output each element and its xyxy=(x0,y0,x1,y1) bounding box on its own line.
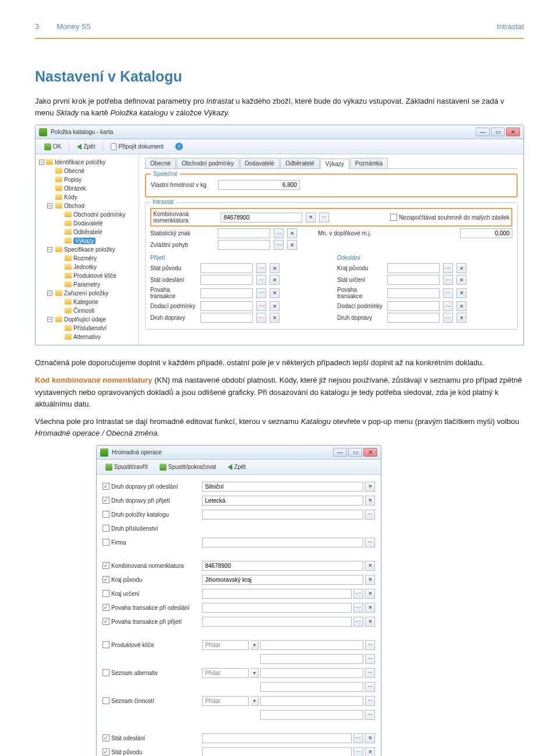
tab[interactable]: Poznámka xyxy=(350,158,388,168)
field-input[interactable] xyxy=(260,668,363,678)
field-input[interactable] xyxy=(260,696,363,706)
dropdown-arrow[interactable]: ▾ xyxy=(250,640,259,650)
close-button[interactable]: ✕ xyxy=(363,448,377,457)
close-button[interactable]: ✕ xyxy=(506,128,520,136)
ell-button[interactable]: ⋯ xyxy=(353,617,363,627)
input-kraj-puv-o[interactable] xyxy=(387,263,440,273)
row-checkbox[interactable] xyxy=(102,497,109,504)
tree-spec[interactable]: −Specifikace položky xyxy=(38,245,136,254)
row-checkbox[interactable] xyxy=(102,669,109,676)
field-input-extra[interactable] xyxy=(260,710,363,720)
ell-button[interactable]: ⋯ xyxy=(365,654,375,664)
tree-item[interactable]: Obrázek xyxy=(38,184,136,193)
x-button[interactable]: ✕ xyxy=(365,496,375,506)
field-input[interactable] xyxy=(202,510,363,520)
field-input[interactable] xyxy=(202,617,352,627)
maximize-button[interactable]: ▭ xyxy=(348,448,362,457)
field-input[interactable] xyxy=(202,733,352,743)
kn-ell-button[interactable]: ⋯ xyxy=(319,213,329,222)
tree-dop[interactable]: −Doplňující údaje xyxy=(38,315,136,324)
combo-input[interactable] xyxy=(202,640,249,650)
tree-item[interactable]: Jednotky xyxy=(38,263,136,271)
help-button[interactable]: ? xyxy=(171,141,187,152)
attach-document-button[interactable]: Připojit dokument xyxy=(107,142,167,152)
row-checkbox[interactable] xyxy=(102,590,109,597)
row-checkbox[interactable] xyxy=(102,562,109,569)
tree-item[interactable]: Alternativy xyxy=(38,333,136,341)
field-input[interactable] xyxy=(202,538,363,547)
x-button[interactable]: ✕ xyxy=(365,733,375,743)
statznak-x-button[interactable]: ✕ xyxy=(287,228,297,238)
x-button[interactable]: ✕ xyxy=(365,575,375,585)
dropdown-arrow[interactable]: ▾ xyxy=(250,696,259,706)
combo-input[interactable] xyxy=(202,668,249,678)
ell-button[interactable]: ⋯ xyxy=(365,668,375,678)
field-input[interactable] xyxy=(202,575,363,585)
input-hmotnost[interactable] xyxy=(218,180,300,190)
field-input[interactable] xyxy=(202,561,363,571)
input-zvl[interactable] xyxy=(218,240,270,250)
tree-item[interactable]: Rozměry xyxy=(38,254,136,263)
zpet-button[interactable]: Zpět xyxy=(224,462,250,472)
row-checkbox[interactable] xyxy=(102,734,109,741)
input-dodaci-p[interactable] xyxy=(200,301,253,311)
input-povaha-p[interactable] xyxy=(200,288,253,298)
row-checkbox[interactable] xyxy=(102,483,109,490)
spustit-zavrit-button[interactable]: Spustit/zavřít xyxy=(101,462,152,472)
input-dodaci-o[interactable] xyxy=(387,301,440,311)
ell-button[interactable]: ⋯ xyxy=(365,696,375,706)
ell-button[interactable]: ⋯ xyxy=(365,710,375,720)
ell-button[interactable]: ⋯ xyxy=(365,510,375,520)
tree-item[interactable]: Výkazy xyxy=(38,236,136,245)
x-button[interactable]: ✕ xyxy=(365,603,375,613)
spustit-pokr-button[interactable]: Spustit/pokračovat xyxy=(155,462,220,472)
input-stat-urc-o[interactable] xyxy=(387,275,440,285)
tab[interactable]: Obecné xyxy=(145,158,176,168)
input-kn[interactable] xyxy=(221,213,302,222)
tree-item[interactable]: Obchodní podmínky xyxy=(38,210,136,219)
x-button[interactable]: ✕ xyxy=(365,747,375,756)
ell-button[interactable]: ⋯ xyxy=(353,589,363,599)
field-input-extra[interactable] xyxy=(260,682,363,692)
tree-item[interactable]: Odběratelé xyxy=(38,228,136,236)
row-checkbox[interactable] xyxy=(102,618,109,625)
row-checkbox[interactable] xyxy=(102,525,109,532)
ell-button[interactable]: ⋯ xyxy=(365,682,375,692)
tree-root[interactable]: −Identifikace položky xyxy=(38,158,136,167)
chk-nezap[interactable] xyxy=(390,214,397,221)
input-druh-p[interactable] xyxy=(200,313,253,323)
kn-x-button[interactable]: ✕ xyxy=(306,213,316,222)
row-checkbox[interactable] xyxy=(102,511,109,518)
tree-zar[interactable]: −Zařazení položky xyxy=(38,289,136,298)
input-statznak[interactable] xyxy=(218,228,270,238)
input-stat-puv-p[interactable] xyxy=(200,263,253,273)
x-button[interactable]: ✕ xyxy=(365,589,375,599)
dropdown-arrow[interactable]: ▾ xyxy=(250,668,259,678)
ell-button[interactable]: ⋯ xyxy=(365,538,375,547)
tree-item[interactable]: Činnosti xyxy=(38,306,136,315)
ell-button[interactable]: ⋯ xyxy=(353,733,363,743)
zvl-x-button[interactable]: ✕ xyxy=(287,240,297,250)
input-stat-odesl-p[interactable] xyxy=(200,275,253,285)
back-button[interactable]: Zpět xyxy=(73,142,99,151)
tree-item[interactable]: Příslušenství xyxy=(38,324,136,333)
tab[interactable]: Odběratelé xyxy=(280,158,319,168)
field-input[interactable] xyxy=(202,496,363,506)
x-button[interactable]: ✕ xyxy=(365,617,375,627)
field-input[interactable] xyxy=(202,482,363,492)
row-checkbox[interactable] xyxy=(102,748,109,755)
x-button[interactable]: ✕ xyxy=(365,482,375,492)
tree-item[interactable]: Dodavatelé xyxy=(38,219,136,228)
input-druh-o[interactable] xyxy=(387,313,440,323)
row-checkbox[interactable] xyxy=(102,697,109,704)
tree-item[interactable]: Popisy xyxy=(38,175,136,184)
row-checkbox[interactable] xyxy=(102,539,109,546)
field-input[interactable] xyxy=(260,640,363,650)
input-mn[interactable] xyxy=(460,228,512,238)
tab[interactable]: Dodavatelé xyxy=(240,158,280,168)
tree-item[interactable]: Obecné xyxy=(38,167,136,175)
ell-button[interactable]: ⋯ xyxy=(353,747,363,756)
field-input[interactable] xyxy=(202,589,352,599)
field-input[interactable] xyxy=(202,603,352,613)
minimize-button[interactable]: — xyxy=(476,128,490,136)
